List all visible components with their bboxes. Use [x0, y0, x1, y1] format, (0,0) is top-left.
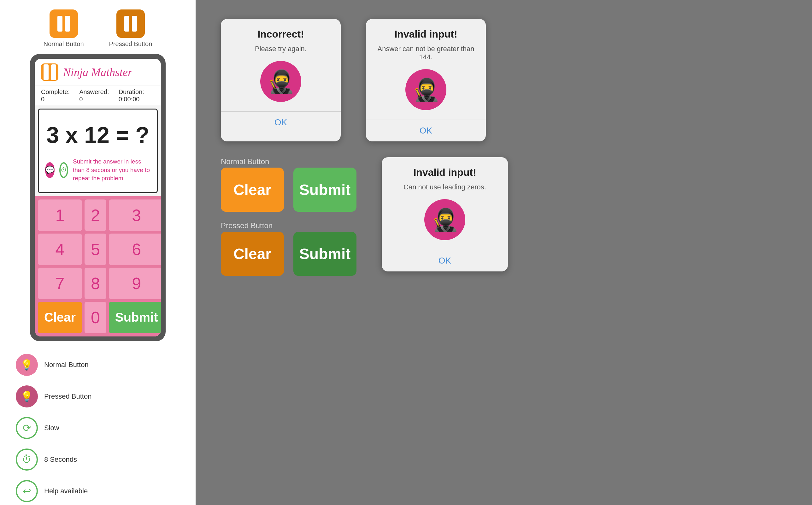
normal-button-group: Normal Button — [43, 9, 84, 48]
key-7[interactable]: 7 — [38, 268, 82, 299]
stat-complete: Complete: 0 — [41, 89, 70, 103]
normal-showcase-label: Normal Button — [221, 157, 356, 166]
ninja-avatar-invalid-large: 🥷 — [405, 69, 446, 110]
side-icon-pressed: 💡 Pressed Button — [16, 385, 91, 407]
invalid-zeros-dialog-body: Invalid input! Can not use leading zeros… — [382, 157, 508, 249]
invalid-large-dialog-body: Invalid input! Answer can not be greater… — [366, 19, 486, 120]
slow-icon[interactable]: ⟳ — [16, 417, 38, 439]
keypad-clear-button[interactable]: Clear — [38, 302, 82, 333]
side-icon-help: ↩ Help available — [16, 480, 91, 502]
invalid-large-ok-button[interactable]: OK — [366, 120, 486, 141]
side-icon-seconds: ⏱ 8 Seconds — [16, 449, 91, 471]
normal-button-showcase: Normal Button Clear Submit — [221, 157, 356, 212]
key-8[interactable]: 8 — [84, 268, 106, 299]
key-5[interactable]: 5 — [84, 233, 106, 265]
hint-area: 💬 ⏱ Submit the answer in less than 8 sec… — [45, 154, 151, 186]
pressed-showcase-buttons: Clear Submit — [221, 232, 356, 276]
incorrect-dialog-body: Incorrect! Please try again. 🥷 — [221, 19, 341, 112]
side-icon-normal: 💡 Normal Button — [16, 354, 91, 376]
pressed-button-label: Pressed Button — [109, 40, 153, 48]
side-label-normal: Normal Button — [44, 361, 89, 369]
bulb-icon-normal[interactable]: 💡 — [16, 354, 38, 376]
app-stats: Complete: 0 Answered: 0 Duration: 0:00:0… — [35, 86, 161, 106]
showcase-submit-pressed[interactable]: Submit — [293, 232, 356, 276]
app-logo-pause-icon — [43, 64, 56, 80]
key-6[interactable]: 6 — [109, 233, 161, 265]
timer-icon[interactable]: ⏱ — [16, 449, 38, 471]
showcase-clear-normal[interactable]: Clear — [221, 168, 284, 212]
invalid-zeros-dialog-title: Invalid input! — [413, 167, 476, 178]
keypad: 1 2 3 4 5 6 7 8 9 Clear 0 Submit — [35, 196, 161, 336]
hint-timer-icon: ⏱ — [59, 162, 68, 178]
help-icon[interactable]: ↩ — [16, 480, 38, 502]
side-icons: 💡 Normal Button 💡 Pressed Button ⟳ Slow … — [6, 354, 91, 505]
incorrect-dialog: Incorrect! Please try again. 🥷 OK — [221, 19, 341, 141]
key-2[interactable]: 2 — [84, 199, 106, 231]
keypad-submit-button[interactable]: Submit — [109, 302, 161, 333]
pressed-button-icon[interactable] — [116, 9, 145, 38]
invalid-large-dialog: Invalid input! Answer can not be greater… — [366, 19, 486, 141]
question-area: 3 x 12 = ? 💬 ⏱ Submit the answer in less… — [38, 109, 158, 193]
hint-text: Submit the answer in less than 8 secons … — [73, 158, 151, 183]
incorrect-ok-button[interactable]: OK — [221, 112, 341, 133]
ninja-avatar-incorrect: 🥷 — [260, 61, 301, 102]
key-9[interactable]: 9 — [109, 268, 161, 299]
key-1[interactable]: 1 — [38, 199, 82, 231]
app-header: Ninja Mathster — [35, 59, 161, 86]
stat-duration: Duration: 0:00:00 — [118, 89, 155, 103]
pressed-button-group: Pressed Button — [109, 9, 153, 48]
invalid-large-dialog-title: Invalid input! — [394, 28, 457, 40]
left-panel: Normal Button Pressed Button — [0, 0, 196, 505]
right-top-row: Incorrect! Please try again. 🥷 OK Invali… — [221, 19, 787, 141]
ninja-avatar-zeros: 🥷 — [424, 199, 465, 240]
key-3[interactable]: 3 — [109, 199, 161, 231]
stat-answered: Answered: 0 — [79, 89, 109, 103]
normal-button-icon[interactable] — [49, 9, 78, 38]
phone-mockup: Ninja Mathster Complete: 0 Answered: 0 D… — [30, 54, 166, 341]
side-label-pressed: Pressed Button — [44, 392, 91, 400]
incorrect-dialog-title: Incorrect! — [257, 28, 304, 40]
invalid-large-dialog-subtitle: Answer can not be greater than 144. — [372, 45, 480, 61]
showcase-clear-pressed[interactable]: Clear — [221, 232, 284, 276]
key-0[interactable]: 0 — [84, 302, 106, 333]
app-logo — [41, 63, 58, 81]
button-showcase: Normal Button Clear Submit Pressed Butto… — [221, 157, 356, 276]
normal-showcase-buttons: Clear Submit — [221, 168, 356, 212]
side-label-slow: Slow — [44, 424, 59, 432]
app-title: Ninja Mathster — [63, 66, 132, 79]
hint-bubble-icon: 💬 — [45, 162, 55, 178]
side-label-seconds: 8 Seconds — [44, 456, 77, 464]
pause-icon-normal — [57, 16, 70, 31]
right-bottom-row: Normal Button Clear Submit Pressed Butto… — [221, 157, 787, 276]
top-buttons-row: Normal Button Pressed Button — [43, 9, 153, 48]
side-icon-slow: ⟳ Slow — [16, 417, 91, 439]
math-equation: 3 x 12 = ? — [45, 116, 151, 154]
right-panel: Incorrect! Please try again. 🥷 OK Invali… — [196, 0, 812, 505]
incorrect-dialog-subtitle: Please try again. — [255, 45, 307, 53]
invalid-zeros-ok-button[interactable]: OK — [382, 250, 508, 272]
showcase-submit-normal[interactable]: Submit — [293, 168, 356, 212]
pause-icon-pressed — [124, 16, 137, 31]
invalid-zeros-dialog-subtitle: Can not use leading zeros. — [403, 183, 486, 191]
phone-inner: Ninja Mathster Complete: 0 Answered: 0 D… — [35, 59, 161, 336]
pressed-button-showcase: Pressed Button Clear Submit — [221, 221, 356, 276]
bulb-icon-pressed[interactable]: 💡 — [16, 385, 38, 407]
invalid-zeros-dialog: Invalid input! Can not use leading zeros… — [382, 157, 508, 272]
key-4[interactable]: 4 — [38, 233, 82, 265]
pressed-showcase-label: Pressed Button — [221, 221, 356, 230]
normal-button-label: Normal Button — [43, 40, 84, 48]
side-label-help: Help available — [44, 487, 88, 495]
